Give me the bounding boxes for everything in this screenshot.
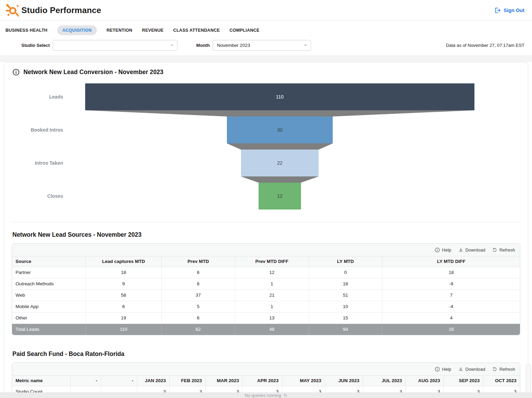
col-header: LY MTD [309, 256, 382, 267]
col-header: MAY 2023 [282, 376, 325, 386]
col-header: - [101, 376, 137, 386]
cell: 6 [86, 301, 161, 312]
cell: 58 [86, 289, 161, 301]
cell: 18 [309, 278, 382, 289]
help-info-icon [435, 247, 440, 253]
tab-retention[interactable]: RETENTION [107, 25, 132, 35]
table-toolbar: Help Download Refresh [12, 363, 520, 376]
app-header: Studio Performance Sign Out [0, 0, 532, 21]
table-toolbar: Help Download Refresh [12, 244, 520, 256]
col-header: Metric name [12, 376, 70, 386]
total-row: Total Leads11062489416 [12, 324, 520, 335]
chevron-down-icon [170, 43, 174, 47]
col-header: APR 2023 [243, 376, 282, 386]
download-button[interactable]: Download [458, 247, 485, 253]
help-button[interactable]: Help [435, 247, 451, 253]
cell: 1 [235, 278, 309, 289]
cell: Outreach Methods [12, 278, 86, 289]
total-cell: Total Leads [12, 324, 86, 335]
cell: -4 [382, 301, 520, 312]
chevron-down-icon [303, 43, 308, 47]
col-header: OCT 2023 [483, 376, 520, 386]
cell: -9 [382, 278, 520, 289]
paid-search-title: Paid Search Fund - Boca Raton-Florida [12, 350, 528, 358]
refresh-label: Refresh [499, 247, 515, 253]
tab-acquisition[interactable]: ACQUISITION [57, 25, 97, 35]
download-icon [458, 367, 463, 372]
cell: 13 [235, 312, 309, 324]
funnel-connector [85, 143, 474, 150]
col-header: Source [12, 256, 86, 267]
total-cell: 94 [309, 324, 382, 335]
refresh-label: Refresh [499, 367, 515, 372]
cell: 6 [161, 267, 235, 278]
download-button[interactable]: Download [458, 367, 485, 372]
status-text: No queries running [245, 393, 281, 398]
cell: 12 [235, 267, 309, 278]
cell: Mobile App [12, 301, 86, 312]
studio-select-dropdown[interactable] [53, 40, 178, 51]
query-status-bar: No queries running [0, 392, 532, 398]
lead-sources-table: Help Download Refresh [12, 243, 520, 335]
download-label: Download [465, 367, 485, 372]
sign-out-icon [494, 7, 501, 14]
col-header: JUL 2023 [363, 376, 406, 386]
cell: 18 [86, 267, 161, 278]
col-header: - [70, 376, 101, 386]
section-divider [12, 222, 520, 222]
col-header: Prev MTD [161, 256, 235, 267]
studio-select-label: Studio Select [21, 43, 50, 48]
lead-sources-title: Network New Lead Sources - November 2023 [12, 231, 528, 238]
refresh-icon [492, 367, 497, 372]
col-header: JAN 2023 [137, 376, 169, 386]
download-icon [458, 247, 463, 253]
refresh-button[interactable]: Refresh [492, 367, 515, 372]
tab-revenue[interactable]: REVENUE [142, 25, 164, 35]
data-as-of-text: Data as of November 27, 07:17am EST [446, 43, 524, 48]
funnel-stage-label: Leads [4, 83, 63, 110]
cell: 15 [309, 312, 382, 324]
cell: Partner [12, 267, 86, 278]
funnel-stage-label: Booked Intros [4, 116, 63, 143]
col-header: AUG 2023 [406, 376, 444, 386]
info-icon[interactable] [12, 69, 20, 76]
col-header: JUN 2023 [325, 376, 363, 386]
col-header: Prev MTD DIFF [235, 256, 309, 267]
cell: 5 [161, 301, 235, 312]
tab-class-attendance[interactable]: CLASS ATTENDANCE [173, 25, 220, 35]
download-label: Download [465, 247, 485, 253]
table-header-row: Source Lead captures MTD Prev MTD Prev M… [12, 256, 520, 267]
funnel-bar-leads: 110 [85, 83, 474, 110]
help-info-icon [435, 367, 440, 372]
col-header: SEP 2023 [444, 376, 483, 386]
tab-compliance[interactable]: COMPLIANCE [230, 25, 260, 35]
cell: 9 [86, 278, 161, 289]
help-label: Help [442, 367, 451, 372]
table-row: Other19613154 [12, 312, 520, 324]
tab-business-health[interactable]: BUSINESS HEALTH [6, 25, 48, 35]
table-row: Outreach Methods98118-9 [12, 278, 520, 289]
cell: 21 [235, 289, 309, 301]
orangetheory-splat-icon [5, 3, 19, 18]
cell: 6 [161, 312, 235, 324]
refresh-button[interactable]: Refresh [492, 247, 515, 253]
cell: 37 [161, 289, 235, 301]
month-dropdown[interactable]: November 2023 [213, 40, 311, 51]
sign-out-button[interactable]: Sign Out [494, 7, 524, 14]
funnel-connector [85, 110, 474, 116]
funnel-bar-closes: 12 [259, 183, 301, 210]
tab-bar: BUSINESS HEALTH ACQUISITION RETENTION RE… [0, 21, 532, 39]
page-title: Studio Performance [21, 6, 101, 15]
help-label: Help [442, 247, 451, 253]
funnel-bar-intros-taken: 22 [241, 150, 319, 176]
help-button[interactable]: Help [435, 367, 451, 372]
lead-conversion-funnel-chart: Leads 110 Booked Intros 30 Intros Taken … [4, 83, 528, 210]
table-row: Web583721517 [12, 289, 520, 301]
cell: 19 [86, 312, 161, 324]
table-row: Partner18612018 [12, 267, 520, 278]
cell: 8 [161, 278, 235, 289]
cell: 10 [309, 301, 382, 312]
cell: 1 [235, 301, 309, 312]
sign-out-label: Sign Out [504, 8, 524, 13]
cell: Web [12, 289, 86, 301]
